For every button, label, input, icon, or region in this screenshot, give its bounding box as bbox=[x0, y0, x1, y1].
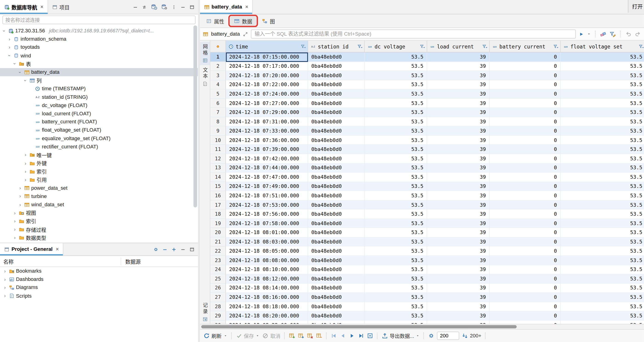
row-number[interactable]: 27 bbox=[210, 293, 226, 302]
grid-corner-cell[interactable] bbox=[210, 41, 226, 52]
export-data-button[interactable]: 导出数据... bbox=[382, 332, 420, 340]
grid-cell[interactable]: 39 bbox=[427, 52, 490, 62]
grid-cell[interactable]: 39 bbox=[427, 284, 490, 293]
column-header-battery_current[interactable]: 123battery_current bbox=[490, 41, 561, 52]
grid-cell[interactable]: 53.5 bbox=[365, 265, 427, 274]
grid-cell[interactable]: 2024-12-18 07:27:00.000 bbox=[226, 99, 308, 108]
chevron-icon[interactable]: › bbox=[2, 269, 7, 273]
grid-cell[interactable]: 0 bbox=[490, 200, 561, 209]
subtab-properties[interactable]: 属性 bbox=[202, 14, 229, 27]
grid-cell[interactable]: 39 bbox=[427, 108, 490, 117]
grid-cell[interactable]: 53.5 bbox=[561, 321, 644, 324]
row-count-button[interactable]: 200+ bbox=[462, 333, 481, 339]
grid-cell[interactable]: 0 bbox=[490, 145, 561, 154]
grid-cell[interactable]: 53.5 bbox=[561, 210, 644, 219]
column-header-station_id[interactable]: A-Zstation_id bbox=[308, 41, 365, 52]
grid-cell[interactable]: 2024-12-18 07:29:00.000 bbox=[226, 108, 308, 117]
chevron-icon[interactable]: › bbox=[23, 153, 28, 157]
next-row-icon[interactable] bbox=[348, 333, 355, 339]
history-back-icon[interactable] bbox=[625, 31, 632, 37]
grid-cell[interactable]: 0ba48eb0d0 bbox=[308, 136, 365, 145]
grid-cell[interactable]: 2024-12-18 07:42:00.000 bbox=[226, 154, 308, 163]
grid-cell[interactable]: 2024-12-18 08:05:00.000 bbox=[226, 247, 308, 256]
side-tab-grid[interactable]: 网格 bbox=[200, 42, 210, 65]
grid-cell[interactable]: 53.5 bbox=[561, 145, 644, 154]
tree-item[interactable]: ›数据类型 bbox=[0, 234, 198, 242]
grid-cell[interactable]: 0ba48eb0d0 bbox=[308, 145, 365, 154]
chevron-icon[interactable]: › bbox=[23, 177, 28, 182]
close-icon[interactable]: × bbox=[56, 247, 59, 252]
grid-cell[interactable]: 53.5 bbox=[365, 311, 427, 321]
fetch-size-input[interactable] bbox=[437, 332, 459, 340]
side-tab-record[interactable]: 记录 bbox=[200, 300, 210, 324]
grid-cell[interactable]: 2024-12-18 07:58:00.000 bbox=[226, 219, 308, 228]
grid-cell[interactable]: 2024-12-18 08:14:00.000 bbox=[226, 284, 308, 293]
grid-cell[interactable]: 53.5 bbox=[365, 173, 427, 182]
chevron-icon[interactable]: › bbox=[2, 28, 6, 33]
side-tab-text[interactable]: 文本 bbox=[200, 65, 210, 89]
grid-cell[interactable]: 0 bbox=[490, 173, 561, 182]
grid-cell[interactable]: 0ba48eb0d0 bbox=[308, 126, 365, 136]
scrollbar-thumb[interactable] bbox=[194, 25, 197, 207]
grid-cell[interactable]: 0ba48eb0d0 bbox=[308, 284, 365, 293]
row-number[interactable]: 4 bbox=[210, 80, 226, 89]
column-header-name[interactable]: 名称 bbox=[0, 257, 121, 265]
duplicate-row-icon[interactable] bbox=[298, 333, 304, 339]
grid-cell[interactable]: 2024-12-18 07:49:00.000 bbox=[226, 182, 308, 191]
grid-cell[interactable]: 39 bbox=[427, 99, 490, 108]
row-number[interactable]: 6 bbox=[210, 99, 226, 108]
row-number[interactable]: 12 bbox=[210, 154, 226, 163]
chevron-icon[interactable]: › bbox=[7, 37, 12, 41]
grid-cell[interactable]: 53.5 bbox=[365, 256, 427, 265]
delete-row-icon[interactable] bbox=[307, 333, 313, 339]
grid-cell[interactable]: 53.5 bbox=[561, 52, 644, 62]
grid-cell[interactable]: 53.5 bbox=[561, 284, 644, 293]
column-filter-icon[interactable] bbox=[553, 44, 558, 49]
grid-cell[interactable]: 2024-12-18 07:24:00.000 bbox=[226, 89, 308, 99]
grid-cell[interactable]: 53.5 bbox=[561, 265, 644, 274]
grid-cell[interactable]: 53.5 bbox=[561, 62, 644, 71]
grid-cell[interactable]: 2024-12-18 07:39:00.000 bbox=[226, 145, 308, 154]
grid-cell[interactable]: 53.5 bbox=[365, 200, 427, 209]
grid-cell[interactable]: 0ba48eb0d0 bbox=[308, 228, 365, 237]
grid-cell[interactable]: 53.5 bbox=[365, 274, 427, 283]
filter-history-icon[interactable] bbox=[587, 32, 591, 36]
grid-cell[interactable]: 0ba48eb0d0 bbox=[308, 256, 365, 265]
grid-cell[interactable]: 2024-12-18 07:56:00.000 bbox=[226, 210, 308, 219]
grid-cell[interactable]: 0 bbox=[490, 89, 561, 99]
grid-cell[interactable]: 2024-12-18 07:20:00.000 bbox=[226, 71, 308, 80]
tree-item[interactable]: ›wind bbox=[0, 51, 198, 60]
chevron-icon[interactable]: › bbox=[12, 61, 17, 66]
grid-cell[interactable]: 53.5 bbox=[561, 237, 644, 246]
tree-item[interactable]: ›123float_voltage_set (FLOAT) bbox=[0, 126, 198, 134]
grid-cell[interactable]: 0 bbox=[490, 117, 561, 126]
column-filter-icon[interactable] bbox=[639, 44, 644, 49]
tree-item[interactable]: ›引用 bbox=[0, 176, 198, 184]
sql-filter-input[interactable] bbox=[251, 30, 576, 39]
tree-item[interactable]: ›123load_current (FLOAT) bbox=[0, 109, 198, 118]
grid-cell[interactable]: 53.5 bbox=[561, 71, 644, 80]
grid-cell[interactable]: 53.5 bbox=[365, 237, 427, 246]
row-number[interactable]: 1 bbox=[210, 52, 226, 62]
grid-cell[interactable]: 0ba48eb0d0 bbox=[308, 200, 365, 209]
tree-item[interactable]: ›power_data_set bbox=[0, 184, 198, 192]
grid-cell[interactable]: 53.5 bbox=[561, 247, 644, 256]
row-number[interactable]: 8 bbox=[210, 117, 226, 126]
grid-cell[interactable]: 2024-12-18 08:22:00.000 bbox=[226, 321, 308, 324]
chevron-icon[interactable]: › bbox=[12, 227, 17, 232]
row-number[interactable]: 25 bbox=[210, 274, 226, 283]
grid-cell[interactable]: 0ba48eb0d0 bbox=[308, 80, 365, 89]
grid-cell[interactable]: 0 bbox=[490, 182, 561, 191]
minimize-icon[interactable] bbox=[180, 247, 186, 252]
row-number[interactable]: 28 bbox=[210, 302, 226, 311]
active-db-task-icon[interactable] bbox=[151, 4, 158, 10]
grid-cell[interactable]: 39 bbox=[427, 117, 490, 126]
grid-cell[interactable]: 53.5 bbox=[365, 182, 427, 191]
project-settings-icon[interactable] bbox=[153, 247, 158, 252]
grid-cell[interactable]: 0 bbox=[490, 293, 561, 302]
edit-filter-icon[interactable] bbox=[610, 31, 616, 37]
grid-cell[interactable]: 53.5 bbox=[561, 99, 644, 108]
row-number[interactable]: 24 bbox=[210, 265, 226, 274]
grid-cell[interactable]: 0ba48eb0d0 bbox=[308, 89, 365, 99]
grid-cell[interactable]: 53.5 bbox=[365, 163, 427, 172]
